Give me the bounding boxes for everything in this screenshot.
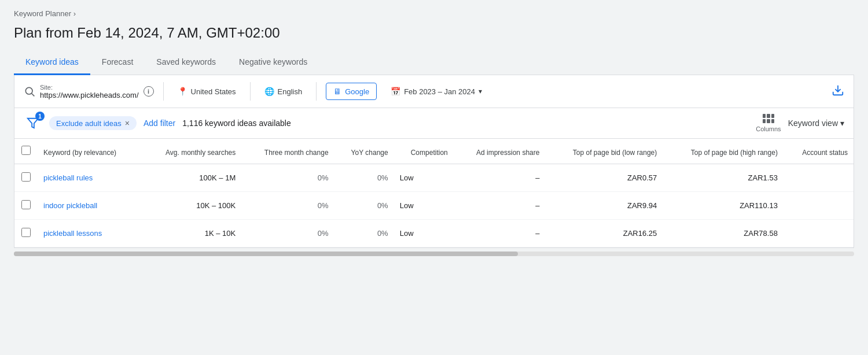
row-keyword[interactable]: pickleball rules [38, 164, 141, 192]
monitor-icon: 🖥 [333, 87, 341, 96]
divider-3 [316, 82, 317, 101]
row-ad-impression: – [454, 192, 546, 220]
add-filter-button[interactable]: Add filter [144, 119, 175, 128]
row-top-bid-high: ZAR110.13 [663, 192, 784, 220]
location-filter[interactable]: 📍 United States [173, 83, 241, 99]
site-label: Site: [40, 84, 139, 91]
info-icon[interactable]: i [144, 86, 154, 97]
row-keyword[interactable]: indoor pickleball [38, 192, 141, 220]
row-avg-monthly: 100K – 1M [141, 164, 241, 192]
row-ad-impression: – [454, 164, 546, 192]
row-competition: Low [394, 164, 454, 192]
header-ad-impression[interactable]: Ad impression share [454, 139, 546, 164]
search-bar-section: Site: https://www.pickleheads.com/ i 📍 U… [14, 75, 854, 108]
keyword-table-section: Keyword (by relevance) Avg. monthly sear… [14, 139, 854, 248]
row-top-bid-high: ZAR1.53 [663, 164, 784, 192]
header-competition[interactable]: Competition [394, 139, 454, 164]
language-filter[interactable]: 🌐 English [260, 83, 307, 99]
calendar-icon: 📅 [391, 87, 400, 96]
scrollbar-track [14, 252, 854, 256]
site-search: Site: https://www.pickleheads.com/ i [24, 84, 154, 99]
scrollbar-thumb [14, 252, 518, 256]
network-selector[interactable]: 🖥 Google [326, 83, 377, 100]
filter-section: 1 Exclude adult ideas × Add filter 1,116… [14, 108, 854, 139]
row-top-bid-low: ZAR16.25 [545, 220, 663, 247]
date-range-label: Feb 2023 – Jan 2024 [404, 87, 475, 96]
date-range-selector[interactable]: 📅 Feb 2023 – Jan 2024 ▾ [386, 83, 487, 99]
header-three-month[interactable]: Three month change [241, 139, 334, 164]
language-label: English [278, 87, 303, 96]
row-top-bid-low: ZAR9.94 [545, 192, 663, 220]
location-icon: 📍 [178, 87, 187, 96]
row-ad-impression: – [454, 220, 546, 247]
tab-negative-keywords[interactable]: Negative keywords [227, 50, 319, 75]
breadcrumb-arrow: › [73, 9, 76, 18]
row-yoy: 0% [334, 220, 394, 247]
keyword-view-label: Keyword view [788, 119, 838, 128]
row-yoy: 0% [334, 164, 394, 192]
row-avg-monthly: 1K – 10K [141, 220, 241, 247]
row-checkbox-cell [14, 192, 38, 220]
exclude-adult-label: Exclude adult ideas [56, 119, 122, 128]
header-avg-monthly[interactable]: Avg. monthly searches [141, 139, 241, 164]
row-account-status [784, 220, 854, 247]
row-three-month: 0% [241, 164, 334, 192]
row-three-month: 0% [241, 192, 334, 220]
table-header-row: Keyword (by relevance) Avg. monthly sear… [14, 139, 854, 164]
header-top-bid-high[interactable]: Top of page bid (high range) [663, 139, 784, 164]
row-keyword[interactable]: pickleball lessons [38, 220, 141, 247]
row-checkbox-0[interactable] [21, 172, 31, 182]
row-top-bid-low: ZAR0.57 [545, 164, 663, 192]
row-checkbox-1[interactable] [21, 200, 31, 209]
row-checkbox-cell [14, 164, 38, 192]
search-icon [24, 86, 35, 97]
divider-1 [163, 82, 164, 101]
translate-icon: 🌐 [264, 87, 274, 96]
row-competition: Low [394, 220, 454, 247]
svg-point-0 [25, 87, 32, 94]
select-all-checkbox[interactable] [21, 146, 31, 155]
divider-2 [250, 82, 251, 101]
site-info: Site: https://www.pickleheads.com/ [40, 84, 139, 99]
table-row: pickleball rules 100K – 1M 0% 0% Low – Z… [14, 164, 854, 192]
row-avg-monthly: 10K – 100K [141, 192, 241, 220]
keyword-count: 1,116 keyword ideas available [182, 119, 291, 128]
tab-forecast[interactable]: Forecast [90, 50, 145, 75]
exclude-adult-chip[interactable]: Exclude adult ideas × [49, 116, 137, 130]
network-label: Google [345, 87, 369, 96]
tab-keyword-ideas[interactable]: Keyword ideas [14, 50, 90, 75]
columns-label: Columns [756, 125, 781, 132]
page-title: Plan from Feb 14, 2024, 7 AM, GMT+02:00 [14, 25, 854, 41]
exclude-adult-close-icon[interactable]: × [125, 119, 130, 128]
header-account-status[interactable]: Account status [784, 139, 854, 164]
row-checkbox-cell [14, 220, 38, 247]
filter-badge: 1 [35, 112, 45, 121]
keyword-view-button[interactable]: Keyword view ▾ [788, 119, 844, 128]
breadcrumb[interactable]: Keyword Planner › [14, 9, 854, 18]
svg-line-1 [32, 94, 35, 97]
tab-saved-keywords[interactable]: Saved keywords [145, 50, 227, 75]
right-controls: Columns Keyword view ▾ [756, 114, 844, 132]
row-three-month: 0% [241, 220, 334, 247]
row-top-bid-high: ZAR78.58 [663, 220, 784, 247]
table-row: pickleball lessons 1K – 10K 0% 0% Low – … [14, 220, 854, 247]
header-checkbox-cell [14, 139, 38, 164]
main-container: Keyword Planner › Plan from Feb 14, 2024… [0, 0, 868, 355]
filter-funnel-button[interactable]: 1 [24, 114, 42, 132]
keyword-table: Keyword (by relevance) Avg. monthly sear… [14, 139, 854, 247]
row-account-status [784, 164, 854, 192]
columns-button[interactable]: Columns [756, 114, 781, 132]
row-checkbox-2[interactable] [21, 228, 31, 237]
header-keyword[interactable]: Keyword (by relevance) [38, 139, 141, 164]
location-label: United States [191, 87, 236, 96]
site-url: https://www.pickleheads.com/ [40, 91, 139, 99]
header-yoy[interactable]: YoY change [334, 139, 394, 164]
download-button[interactable] [832, 84, 844, 99]
row-yoy: 0% [334, 192, 394, 220]
breadcrumb-link[interactable]: Keyword Planner [14, 9, 71, 18]
tabs-bar: Keyword ideas Forecast Saved keywords Ne… [14, 50, 854, 75]
bottom-scrollbar[interactable] [14, 248, 854, 260]
chevron-down-icon: ▾ [479, 87, 482, 95]
header-top-bid-low[interactable]: Top of page bid (low range) [545, 139, 663, 164]
row-competition: Low [394, 192, 454, 220]
